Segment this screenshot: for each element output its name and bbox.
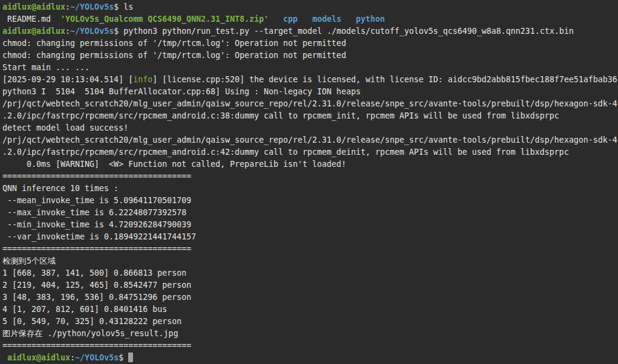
text-segment: .2.0/ipc/fastrpc/rpcmem/src/rpcmem_andro… <box>2 111 559 120</box>
terminal-cursor[interactable] <box>128 353 133 362</box>
terminal-line: ======================================= <box>2 243 618 255</box>
terminal-line: QNN inference 10 times : <box>2 183 618 195</box>
terminal-line: chmod: changing permissions of '/tmp/rtc… <box>2 50 618 62</box>
terminal-line: 4 [1, 207, 812, 601] 0.8401416 bus <box>2 304 618 316</box>
text-segment: QNN inference 10 times : <box>2 184 119 193</box>
text-segment <box>341 15 356 24</box>
terminal-line: /prj/qct/webtech_scratch20/mlg_user_admi… <box>2 134 618 146</box>
text-segment: 0.0ms [WARNING] <W> Function not called,… <box>2 160 346 169</box>
text-segment: --min_invoke_time is 4.720926284790039 <box>2 220 191 229</box>
terminal-line: 2 [219, 404, 125, 465] 0.8542477 person <box>2 279 618 291</box>
directory-name: python <box>356 15 385 24</box>
terminal-line: --var_invoketime is 0.18949221441744157 <box>2 231 618 243</box>
directory-name: models <box>312 15 341 24</box>
text-segment: : <box>70 353 75 362</box>
text-segment: ======================================= <box>2 244 191 253</box>
terminal-line: 检测到5个区域 <box>2 255 618 267</box>
terminal-line: ======================================= <box>2 340 618 352</box>
command-text: $ ls <box>114 2 133 11</box>
terminal-line: ======================================= <box>2 171 618 183</box>
terminal-line: 3 [48, 383, 196, 536] 0.84751296 person <box>2 291 618 304</box>
text-segment: --var_invoketime is 0.18949221441744157 <box>2 232 196 241</box>
directory-name: cpp <box>283 15 298 24</box>
terminal-line: aidlux@aidlux:~/YOLOv5s$ ls <box>2 1 618 13</box>
text-segment: : <box>65 2 70 11</box>
terminal-line: [2025-09-29 10:13:04.514] [info] [licens… <box>2 74 618 86</box>
text-segment: ======================================= <box>2 172 191 181</box>
text-segment: Start main ... ... <box>2 63 89 72</box>
text-segment <box>298 15 312 24</box>
prompt-user-host: aidlux@aidlux <box>2 27 65 36</box>
terminal-line: Start main ... ... <box>2 62 618 74</box>
terminal-line: /prj/qct/webtech_scratch20/mlg_user_admi… <box>2 98 618 110</box>
terminal-line: --max_invoke_time is 6.22248077392578 <box>2 207 618 219</box>
text-segment: ======================================= <box>2 341 191 350</box>
prompt-path: ~/YOLOv5s <box>70 2 114 11</box>
terminal-line: 5 [0, 549, 70, 325] 0.43128222 person <box>2 316 618 328</box>
text-segment: chmod: changing permissions of '/tmp/rtc… <box>2 39 346 48</box>
terminal-line: README.md 'YOLOv5s_Qualcomm QCS6490_QNN2… <box>2 13 618 25</box>
terminal-line: 1 [668, 387, 141, 500] 0.866813 person <box>2 267 618 279</box>
detection-row: 2 [219, 404, 125, 465] 0.8542477 person <box>2 281 191 290</box>
terminal-line: aidlux@aidlux:~/YOLOv5s$ <box>2 352 618 364</box>
prompt-user-host: aidlux@aidlux <box>2 2 65 11</box>
detection-count-text: 检测到5个区域 <box>2 256 56 265</box>
terminal-line: aidlux@aidlux:~/YOLOv5s$ python3 python/… <box>2 25 618 37</box>
saved-image-path-text: 图片保存在 ./python/yolov5s_result.jpg <box>2 329 178 338</box>
terminal-line: 0.0ms [WARNING] <W> Function not called,… <box>2 158 618 171</box>
text-segment: /prj/qct/webtech_scratch20/mlg_user_admi… <box>2 135 617 145</box>
terminal-line: chmod: changing permissions of '/tmp/rtc… <box>2 37 618 50</box>
terminal-line: --mean_invoke_time is 5.09641170501709 <box>2 195 618 207</box>
file-name: README.md <box>2 15 60 24</box>
text-segment: --mean_invoke_time is 5.09641170501709 <box>2 196 191 205</box>
text-segment: .2.0/ipc/fastrpc/rpcmem/src/rpcmem_andro… <box>2 148 569 157</box>
terminal-line: --min_invoke_time is 4.720926284790039 <box>2 219 618 231</box>
text-segment: chmod: changing permissions of '/tmp/rtc… <box>2 51 346 60</box>
text-segment: [2025-09-29 10:13:04.514] [ <box>2 75 133 84</box>
log-level: info <box>133 75 152 84</box>
terminal-line: 图片保存在 ./python/yolov5s_result.jpg <box>2 328 618 340</box>
terminal-line: detect model load success! <box>2 122 618 134</box>
detection-row: 1 [668, 387, 141, 500] 0.866813 person <box>2 268 186 278</box>
prompt-user-host: aidlux@aidlux <box>7 353 70 362</box>
prompt-path: ~/YOLOv5s <box>70 27 114 36</box>
command-text: $ python3 python/run_test.py --target_mo… <box>114 27 574 36</box>
terminal-line: python3 I 5104 5104 BufferAllocator.cpp:… <box>2 86 618 98</box>
text-segment <box>268 15 283 24</box>
detection-row: 4 [1, 207, 812, 601] 0.8401416 bus <box>2 305 167 314</box>
text-segment: --max_invoke_time is 6.22248077392578 <box>2 208 186 217</box>
text-segment: detect model load success! <box>2 123 128 132</box>
text-segment: $ <box>119 353 128 362</box>
terminal-line: .2.0/ipc/fastrpc/rpcmem/src/rpcmem_andro… <box>2 110 618 122</box>
text-segment: ] [license.cpp:520] the device is licens… <box>152 75 617 84</box>
text-segment: : <box>65 27 70 36</box>
detection-row: 3 [48, 383, 196, 536] 0.84751296 person <box>2 293 191 302</box>
terminal-line: .2.0/ipc/fastrpc/rpcmem/src/rpcmem_andro… <box>2 146 618 158</box>
text-segment: python3 I 5104 5104 BufferAllocator.cpp:… <box>2 87 360 96</box>
text-segment <box>2 353 7 362</box>
terminal-output[interactable]: aidlux@aidlux:~/YOLOv5s$ ls README.md 'Y… <box>0 0 618 364</box>
text-segment: /prj/qct/webtech_scratch20/mlg_user_admi… <box>2 99 617 108</box>
detection-row: 5 [0, 549, 70, 325] 0.43128222 person <box>2 317 181 326</box>
zip-file-name: 'YOLOv5s_Qualcomm QCS6490_QNN2.31_INT8.z… <box>60 15 268 24</box>
prompt-path: ~/YOLOv5s <box>75 353 119 362</box>
